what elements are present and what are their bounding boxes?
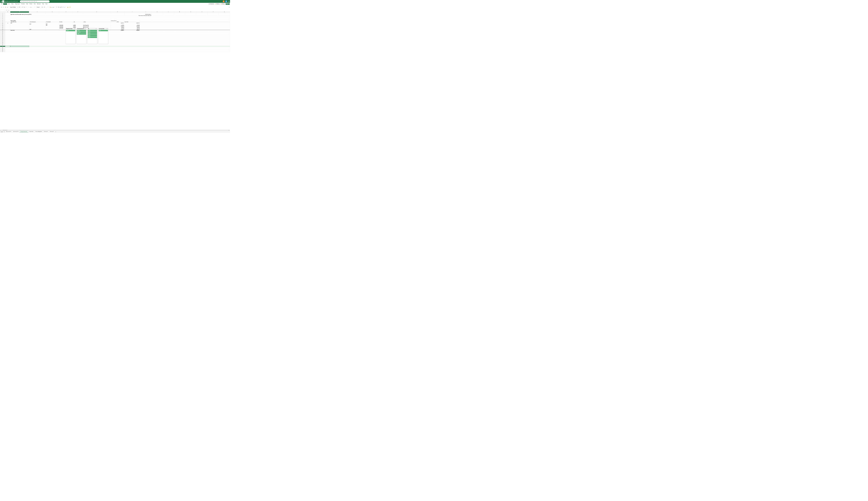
cancel-formula-icon[interactable]: ✕	[6, 10, 7, 11]
font-size-selector[interactable]: 10	[19, 6, 22, 8]
expand-ribbon[interactable]: ∧	[229, 7, 229, 8]
slicer-clear-icon-cc[interactable]: ✕	[107, 29, 108, 29]
more-number-icon[interactable]: ⋯	[47, 7, 49, 8]
currency-format-button[interactable]: $▾	[42, 7, 43, 8]
menu-item-home[interactable]: Home	[3, 3, 7, 5]
number-format-selector[interactable]: General ▾	[36, 6, 42, 8]
clear-button[interactable]: ◈	[60, 7, 61, 8]
formula-input[interactable]	[10, 10, 230, 11]
bold-button[interactable]: B	[22, 6, 24, 8]
sheet-tab-customer-aging[interactable]: CustomerAgingData	[34, 131, 43, 132]
comma-button[interactable]: ,	[46, 6, 47, 8]
sheet-tab-caption-data[interactable]: CaptionData	[28, 131, 34, 132]
hscroll-track[interactable]	[1, 130, 229, 130]
editing-button[interactable]: ✏️ Editing ▾	[220, 3, 226, 5]
month-filter-icon[interactable]: ▾	[46, 22, 46, 22]
user-icon-2[interactable]: B	[225, 0, 227, 2]
format-painter[interactable]: 🖌	[7, 6, 8, 8]
scroll-right-icon[interactable]: ▶	[229, 130, 230, 131]
menu-item-insert[interactable]: Insert	[7, 3, 11, 5]
menu-item-file[interactable]: File	[0, 3, 3, 5]
cell-reference-input[interactable]: B32	[0, 10, 5, 11]
sheet-tab-dimension2[interactable]: Dimension2	[49, 131, 55, 132]
paste-button[interactable]: 📋	[5, 6, 7, 8]
menu-item-share[interactable]: Share	[11, 3, 14, 5]
year-filter-icon[interactable]: ▾	[11, 22, 11, 22]
slicer-clear-icon[interactable]: ✕	[74, 29, 75, 29]
more-align-icon[interactable]: ⋯	[34, 7, 35, 8]
sheet-tab-due-by-currencies[interactable]: Due by Currencies	[20, 131, 28, 132]
quarter-filter-icon[interactable]: ▾	[30, 22, 30, 22]
align-icon-button[interactable]: ↕	[32, 6, 34, 8]
sheet-nav-next[interactable]: ▶	[2, 131, 3, 132]
slicer-item-large[interactable]: LARGE	[77, 30, 86, 31]
align-wrap-button[interactable]: ⊞	[30, 6, 32, 8]
fill-button[interactable]: ⬇	[58, 7, 59, 8]
menu-item-data[interactable]: Data	[25, 3, 29, 5]
sensitivity-icon[interactable]: 🔒	[67, 7, 69, 8]
hscroll-thumb[interactable]	[2, 130, 8, 130]
slicer-item-40000[interactable]: 40000	[88, 35, 97, 36]
sum-button[interactable]: Σ	[56, 7, 57, 8]
conditional-format[interactable]: 🎨	[50, 7, 51, 8]
menu-item-review[interactable]: Review	[29, 3, 33, 5]
comments-button[interactable]: 💬 Comments	[208, 3, 214, 5]
sheet-nav-prev[interactable]: ◀	[0, 131, 2, 132]
hscroll[interactable]: ◀ ▶	[0, 130, 230, 131]
format-as-table[interactable]: 📊	[51, 7, 53, 8]
row-num-37[interactable]: 37	[0, 51, 5, 52]
slicer-item-30000[interactable]: 30000	[88, 33, 97, 35]
no-filter-icon[interactable]: ▾	[73, 22, 74, 22]
confirm-formula-icon[interactable]: ✓	[7, 10, 8, 11]
menu-item-help[interactable]: Help	[41, 3, 44, 5]
percent-button[interactable]: %	[44, 6, 45, 8]
sheet-menu-icon[interactable]: ☰	[3, 131, 5, 132]
cell-h8[interactable]: Currency Code ▾	[110, 20, 124, 22]
font-name-selector[interactable]: Segoe UI (Body)	[10, 6, 18, 8]
slicer-item-usd[interactable]: USD	[99, 30, 108, 31]
settings-icon[interactable]: ⚙	[228, 1, 229, 2]
find-button[interactable]: 🔍	[63, 7, 65, 8]
sheet-add-button[interactable]: +	[55, 131, 56, 132]
slicer-item-50000[interactable]: 50000	[88, 36, 97, 38]
menu-item-automate[interactable]: Automate	[36, 3, 41, 5]
redo-button[interactable]: ↪	[2, 6, 4, 8]
slicer-item-20000[interactable]: 20000	[88, 32, 97, 33]
slicer-filter-icon-cg[interactable]: ≡	[85, 29, 85, 29]
undo-button[interactable]: ↩ ▾	[0, 6, 2, 8]
ideas-icon[interactable]: 💡	[69, 7, 71, 8]
more-icon[interactable]: ⋯	[26, 7, 27, 8]
sheet-tab-by-period-fcy[interactable]: By Period (FCY)	[12, 131, 20, 132]
slicer-filter-icon-no[interactable]: ≡	[96, 29, 96, 29]
sheet-tab-dimension1[interactable]: Dimension1	[43, 131, 49, 132]
usd-filter-icon[interactable]: ▾	[116, 22, 117, 22]
menu-item-view[interactable]: View	[33, 3, 36, 5]
slicer-clear-icon-no[interactable]: ✕	[96, 29, 97, 29]
user-icon-1[interactable]: A	[223, 0, 225, 2]
share-button[interactable]: Share ▾	[226, 3, 229, 5]
slicer-item-sales[interactable]: SALES	[66, 30, 75, 31]
currency-code-filter[interactable]: ▾	[116, 20, 117, 21]
slicer-item-small[interactable]: SMALL	[77, 33, 86, 35]
underline-button[interactable]: U	[24, 6, 25, 8]
menu-item-pagelayout[interactable]: Page Layout	[14, 3, 21, 5]
cell-styles[interactable]: 🗂	[53, 7, 54, 8]
name-filter-icon[interactable]: ▾	[83, 22, 84, 22]
slicer-item-medium[interactable]: MEDIUM	[77, 32, 86, 33]
search-input[interactable]	[22, 1, 49, 2]
slicer-clear-icon-cg[interactable]: ✕	[85, 29, 86, 29]
sort-filter[interactable]: ⇅	[61, 7, 63, 8]
slicer-item-10000[interactable]: 10000	[88, 30, 97, 31]
grid-icon[interactable]: ⊞	[1, 1, 2, 2]
more-styles-icon[interactable]: ⋯	[54, 7, 55, 8]
slicer-filter-icon[interactable]: ≡	[74, 29, 74, 29]
search-bar[interactable]: 🔍	[20, 0, 50, 2]
slicer-filter-icon-cc[interactable]: ≡	[106, 29, 107, 29]
menu-item-draw[interactable]: Draw	[45, 3, 48, 5]
function-icon[interactable]: fx	[8, 10, 9, 11]
align-left-button[interactable]: ≡	[28, 6, 30, 8]
more-icons[interactable]: ⋯	[65, 7, 66, 8]
sheet-tab-by-period-lcy[interactable]: By period (LCY)	[5, 131, 12, 132]
catchup-button[interactable]: ⚡ Catch up	[215, 3, 220, 5]
menu-item-formulas[interactable]: Formulas	[21, 3, 25, 5]
